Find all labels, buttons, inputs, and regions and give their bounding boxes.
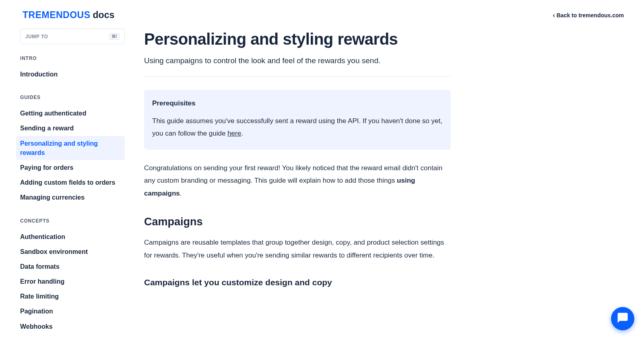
- back-link[interactable]: Back to tremendous.com: [553, 12, 624, 19]
- chat-icon: [617, 312, 629, 326]
- nav-item-getting-authenticated[interactable]: Getting authenticated: [16, 106, 125, 121]
- nav-section-concepts: CONCEPTS Authentication Sandbox environm…: [20, 218, 125, 334]
- page-subtitle: Using campaigns to control the look and …: [144, 56, 451, 65]
- nav-item-personalizing-rewards[interactable]: Personalizing and styling rewards: [16, 136, 125, 160]
- nav-item-introduction[interactable]: Introduction: [16, 67, 125, 82]
- campaigns-text: Campaigns are reusable templates that gr…: [144, 236, 451, 262]
- nav-item-paying-orders[interactable]: Paying for orders: [16, 160, 125, 175]
- nav-item-custom-fields[interactable]: Adding custom fields to orders: [16, 175, 125, 190]
- prerequisites-callout: Prerequisites This guide assumes you've …: [144, 90, 451, 150]
- header: TREMENDOUS docs Back to tremendous.com: [0, 0, 644, 29]
- customize-sub-heading: Campaigns let you customize design and c…: [144, 278, 451, 287]
- callout-link-here[interactable]: here: [227, 130, 241, 137]
- nav-item-error-handling[interactable]: Error handling: [16, 274, 125, 289]
- intro-text-2: .: [180, 190, 182, 197]
- nav-item-sending-reward[interactable]: Sending a reward: [16, 121, 125, 136]
- nav-section-title: INTRO: [20, 56, 125, 61]
- nav-section-intro: INTRO Introduction: [20, 56, 125, 82]
- nav-section-title: GUIDES: [20, 95, 125, 100]
- main-content: Personalizing and styling rewards Using …: [133, 29, 451, 340]
- callout-text-before: This guide assumes you've successfully s…: [152, 117, 442, 137]
- divider: [144, 76, 451, 77]
- logo-brand: TREMENDOUS: [23, 10, 91, 21]
- callout-text-after: .: [241, 130, 243, 137]
- callout-title: Prerequisites: [152, 99, 443, 107]
- callout-text: This guide assumes you've successfully s…: [152, 115, 443, 140]
- nav-item-pagination[interactable]: Pagination: [16, 304, 125, 319]
- logo-docs: docs: [93, 10, 115, 21]
- jump-to-shortcut: ⌘/: [109, 33, 120, 40]
- jump-to-search[interactable]: JUMP TO ⌘/: [20, 29, 125, 44]
- jump-to-label: JUMP TO: [25, 34, 48, 39]
- intro-paragraph: Congratulations on sending your first re…: [144, 162, 451, 200]
- nav-item-authentication[interactable]: Authentication: [16, 229, 125, 244]
- chat-button[interactable]: [611, 307, 634, 330]
- page-title: Personalizing and styling rewards: [144, 30, 451, 48]
- nav-item-data-formats[interactable]: Data formats: [16, 259, 125, 274]
- nav-section-title: CONCEPTS: [20, 218, 125, 224]
- sidebar: JUMP TO ⌘/ INTRO Introduction GUIDES Get…: [20, 29, 133, 340]
- nav-item-sandbox[interactable]: Sandbox environment: [16, 244, 125, 259]
- logo[interactable]: TREMENDOUS docs: [23, 10, 114, 21]
- nav-item-managing-currencies[interactable]: Managing currencies: [16, 190, 125, 205]
- nav-section-guides: GUIDES Getting authenticated Sending a r…: [20, 95, 125, 205]
- campaigns-heading: Campaigns: [144, 216, 451, 228]
- nav-item-rate-limiting[interactable]: Rate limiting: [16, 289, 125, 304]
- nav-item-webhooks[interactable]: Webhooks: [16, 319, 125, 334]
